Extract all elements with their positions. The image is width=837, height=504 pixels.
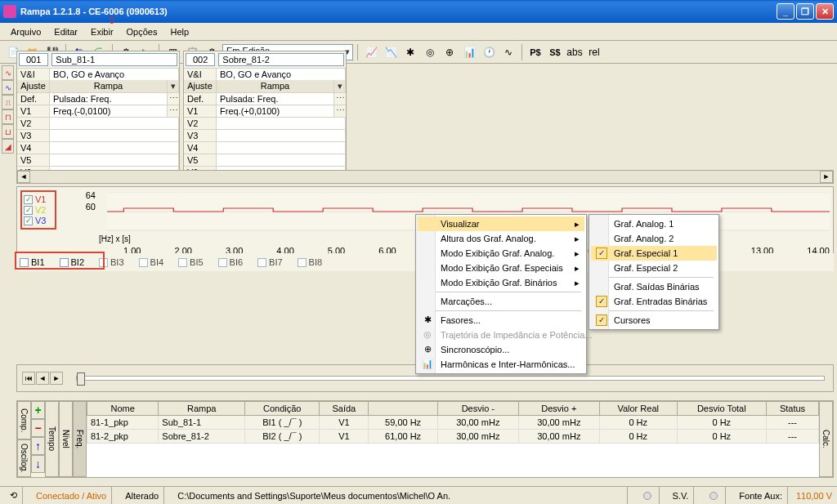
ctx-sub-item[interactable]: Graf. Analog. 2 bbox=[591, 231, 717, 246]
row-value[interactable]: Freq.(+0,0100) bbox=[217, 105, 334, 117]
row-value[interactable] bbox=[50, 130, 179, 141]
panel-name-input[interactable] bbox=[218, 53, 344, 66]
table-row[interactable]: 81-2_pkpSobre_81-2BI2 ( _/¯ )V161,00 Hz3… bbox=[87, 430, 819, 444]
down-button[interactable]: ↓ bbox=[31, 455, 45, 473]
tab-wave1-icon[interactable]: ∿ bbox=[2, 65, 14, 80]
vtab-comp[interactable]: Comp. bbox=[17, 401, 31, 439]
row-value[interactable] bbox=[50, 142, 179, 154]
row-value[interactable]: Pulsada: Freq. bbox=[50, 93, 168, 105]
row-value[interactable] bbox=[217, 142, 346, 154]
h-scrollbar[interactable]: ◄ ► bbox=[16, 170, 834, 184]
bi-check-BI7[interactable]: BI7 bbox=[257, 257, 283, 267]
bi-check-BI1[interactable]: BI1 bbox=[20, 257, 45, 267]
checkbox-icon[interactable] bbox=[257, 258, 266, 267]
ctx-item[interactable]: Modo Exibição Graf. Binários▸ bbox=[418, 275, 584, 290]
bi-check-BI3[interactable]: BI3 bbox=[99, 257, 124, 267]
ellipsis-icon[interactable]: ⋯ bbox=[334, 93, 346, 105]
tab-pulse1-icon[interactable]: ⊓ bbox=[2, 109, 14, 124]
dropdown-icon[interactable]: ▾ bbox=[334, 80, 346, 92]
scroll-left-icon[interactable]: ◄ bbox=[17, 171, 30, 183]
checkbox-icon[interactable] bbox=[60, 258, 69, 267]
channel-check-V1[interactable]: ✓V1 bbox=[24, 194, 53, 204]
row-value[interactable]: Freq.(-0,0100) bbox=[50, 105, 168, 117]
checkbox-icon[interactable] bbox=[178, 258, 187, 267]
bi-check-BI5[interactable]: BI5 bbox=[178, 257, 204, 267]
col-header[interactable]: Desvio + bbox=[518, 402, 599, 416]
step-next-icon[interactable]: ► bbox=[50, 372, 63, 385]
checkbox-icon[interactable] bbox=[218, 258, 227, 267]
channel-check-V3[interactable]: ✓V3 bbox=[24, 216, 53, 225]
menu-arquivo[interactable]: Arquivo bbox=[4, 25, 47, 38]
slider-thumb[interactable] bbox=[77, 372, 85, 386]
col-header[interactable]: Rampa bbox=[159, 402, 245, 416]
bo-value[interactable]: BO, GO e Avanço bbox=[50, 69, 179, 80]
col-header[interactable]: Desvio Total bbox=[677, 402, 766, 416]
ctx-sub-item[interactable]: Graf. Especial 1✓ bbox=[591, 246, 717, 261]
remove-button[interactable]: − bbox=[31, 419, 45, 437]
menu-exibir[interactable]: Exibir bbox=[84, 25, 120, 38]
bi-check-BI6[interactable]: BI6 bbox=[218, 257, 244, 267]
ctx-item[interactable]: Marcações... bbox=[418, 294, 584, 309]
ctx-item[interactable]: Modo Exibição Graf. Analog.▸ bbox=[418, 246, 584, 261]
col-header[interactable]: Saída bbox=[320, 402, 369, 416]
row-value[interactable] bbox=[50, 154, 179, 166]
menu-opcoes[interactable]: Opções bbox=[120, 25, 164, 38]
ctx-sub-item[interactable]: Graf. Entradas Binárias✓ bbox=[591, 294, 717, 309]
menu-help[interactable]: Help bbox=[163, 25, 195, 38]
bo-value[interactable]: BO, GO e Avanço bbox=[217, 69, 346, 80]
col-header[interactable]: Desvio - bbox=[437, 402, 518, 416]
ctx-item[interactable]: Visualizar▸ bbox=[418, 216, 584, 231]
tab-wave2-icon[interactable]: ∿ bbox=[2, 80, 14, 95]
scroll-right-icon[interactable]: ► bbox=[820, 171, 833, 183]
vtab-calc[interactable]: Calc. bbox=[819, 401, 833, 477]
checkbox-icon[interactable] bbox=[139, 258, 148, 267]
checkbox-icon[interactable] bbox=[298, 258, 307, 267]
checkbox-icon[interactable]: ✓ bbox=[24, 206, 33, 215]
ctx-sub-item[interactable]: Graf. Analog. 1 bbox=[591, 216, 717, 231]
maximize-button[interactable]: ❐ bbox=[796, 3, 814, 20]
vtab-oscilog[interactable]: Oscilog. bbox=[17, 439, 31, 478]
up-button[interactable]: ↑ bbox=[31, 437, 45, 455]
row-value[interactable] bbox=[217, 154, 346, 166]
step-prev-icon[interactable]: ◄ bbox=[36, 372, 49, 385]
ellipsis-icon[interactable]: ⋯ bbox=[334, 105, 346, 117]
ctx-item[interactable]: Fasores...✱ bbox=[418, 313, 584, 328]
minimize-button[interactable]: _ bbox=[777, 3, 794, 20]
bi-check-BI8[interactable]: BI8 bbox=[298, 257, 323, 267]
step-back-icon[interactable]: ⏮ bbox=[22, 372, 35, 385]
vtab-freq[interactable]: Freq. bbox=[73, 401, 87, 477]
checkbox-icon[interactable] bbox=[20, 258, 29, 267]
col-header[interactable]: Valor Real bbox=[599, 402, 677, 416]
bi-check-BI2[interactable]: BI2 bbox=[60, 257, 85, 267]
vtab-tempo[interactable]: Tempo bbox=[45, 401, 59, 477]
ctx-item[interactable]: Modo Exibição Graf. Especiais▸ bbox=[418, 261, 584, 275]
vtab-nivel[interactable]: Nível bbox=[59, 401, 73, 477]
ellipsis-icon[interactable]: ⋯ bbox=[168, 93, 179, 105]
tab-pulse2-icon[interactable]: ⊔ bbox=[2, 124, 14, 139]
add-button[interactable]: + bbox=[31, 401, 45, 419]
tab-ramp-icon[interactable]: ◢ bbox=[2, 139, 14, 154]
row-value[interactable] bbox=[50, 118, 179, 129]
col-header[interactable]: Status bbox=[766, 402, 818, 416]
checkbox-icon[interactable]: ✓ bbox=[24, 195, 33, 204]
ctx-sub-item[interactable]: Cursores✓ bbox=[591, 313, 717, 328]
channel-check-V2[interactable]: ✓V2 bbox=[24, 205, 53, 215]
menu-editar[interactable]: Editar bbox=[47, 25, 84, 38]
results-grid[interactable]: NomeRampaCondiçãoSaídaDesvio -Desvio +Va… bbox=[87, 401, 819, 477]
timeline-slider[interactable] bbox=[76, 376, 825, 381]
checkbox-icon[interactable] bbox=[99, 258, 108, 267]
ctx-sub-item[interactable]: Graf. Saídas Binárias bbox=[591, 279, 717, 294]
row-value[interactable]: Pulsada: Freq. bbox=[217, 93, 334, 105]
row-value[interactable] bbox=[217, 118, 346, 129]
table-row[interactable]: 81-1_pkpSub_81-1BI1 ( _/¯ )V159,00 Hz30,… bbox=[87, 416, 819, 430]
tab-step-icon[interactable]: ⎍ bbox=[2, 95, 14, 109]
checkbox-icon[interactable]: ✓ bbox=[24, 216, 33, 225]
col-header[interactable]: Condição bbox=[245, 402, 320, 416]
bi-check-BI4[interactable]: BI4 bbox=[139, 257, 164, 267]
col-header[interactable]: Nome bbox=[87, 402, 159, 416]
panel-name-input[interactable] bbox=[51, 53, 177, 66]
row-value[interactable] bbox=[217, 130, 346, 141]
ctx-item[interactable]: Sincronoscópio...⊕ bbox=[418, 342, 584, 357]
ctx-item[interactable]: Altura dos Graf. Analog.▸ bbox=[418, 231, 584, 246]
col-header[interactable] bbox=[369, 402, 437, 416]
